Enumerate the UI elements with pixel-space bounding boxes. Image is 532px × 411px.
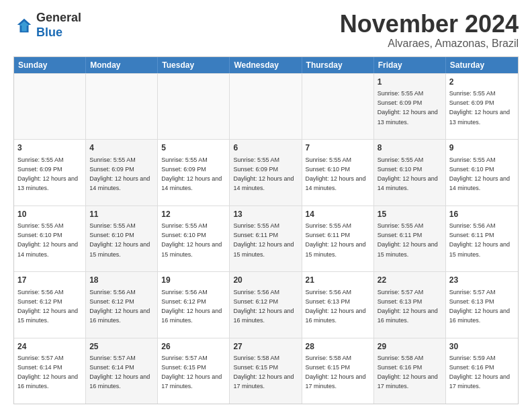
cell-info: Sunrise: 5:57 AM Sunset: 6:15 PM Dayligh… (161, 355, 222, 390)
day-number: 15 (378, 209, 442, 220)
day-number: 30 (449, 341, 515, 353)
cal-cell: 13Sunrise: 5:55 AM Sunset: 6:11 PM Dayli… (230, 206, 302, 271)
calendar-row-5: 24Sunrise: 5:57 AM Sunset: 6:14 PM Dayli… (14, 338, 518, 404)
day-number: 19 (161, 275, 226, 286)
cell-info: Sunrise: 5:55 AM Sunset: 6:09 PM Dayligh… (161, 156, 222, 191)
calendar-row-3: 10Sunrise: 5:55 AM Sunset: 6:10 PM Dayli… (14, 205, 518, 271)
cal-cell: 17Sunrise: 5:56 AM Sunset: 6:12 PM Dayli… (14, 272, 86, 337)
day-number: 4 (89, 142, 154, 154)
header-saturday: Saturday (446, 57, 518, 73)
cal-cell: 20Sunrise: 5:56 AM Sunset: 6:12 PM Dayli… (230, 272, 302, 337)
cell-info: Sunrise: 5:55 AM Sunset: 6:10 PM Dayligh… (161, 222, 222, 257)
cell-info: Sunrise: 5:57 AM Sunset: 6:14 PM Dayligh… (17, 355, 78, 390)
day-number: 13 (233, 209, 298, 220)
day-number: 14 (306, 209, 370, 220)
page: General Blue November 2024 Alvaraes, Ama… (0, 0, 532, 411)
cal-cell (158, 74, 230, 139)
calendar-header: Sunday Monday Tuesday Wednesday Thursday… (14, 57, 518, 73)
day-number: 2 (449, 77, 515, 88)
cal-cell: 23Sunrise: 5:57 AM Sunset: 6:13 PM Dayli… (446, 272, 518, 337)
cell-info: Sunrise: 5:55 AM Sunset: 6:10 PM Dayligh… (378, 156, 438, 191)
cal-cell (14, 74, 86, 139)
cell-info: Sunrise: 5:55 AM Sunset: 6:11 PM Dayligh… (233, 222, 294, 257)
cell-info: Sunrise: 5:55 AM Sunset: 6:11 PM Dayligh… (306, 222, 366, 257)
day-number: 3 (17, 142, 82, 154)
cal-cell: 11Sunrise: 5:55 AM Sunset: 6:10 PM Dayli… (86, 206, 158, 271)
cell-info: Sunrise: 5:55 AM Sunset: 6:09 PM Dayligh… (233, 156, 294, 191)
day-number: 12 (161, 209, 226, 220)
month-title: November 2024 (340, 11, 519, 38)
logo-general-text: General (36, 11, 81, 24)
cal-cell: 16Sunrise: 5:56 AM Sunset: 6:11 PM Dayli… (446, 206, 518, 271)
calendar-row-4: 17Sunrise: 5:56 AM Sunset: 6:12 PM Dayli… (14, 271, 518, 337)
cal-cell: 5Sunrise: 5:55 AM Sunset: 6:09 PM Daylig… (158, 140, 230, 205)
cal-cell: 19Sunrise: 5:56 AM Sunset: 6:12 PM Dayli… (158, 272, 230, 337)
day-number: 29 (378, 341, 442, 353)
cell-info: Sunrise: 5:56 AM Sunset: 6:12 PM Dayligh… (161, 289, 222, 324)
header-tuesday: Tuesday (158, 57, 230, 73)
cal-cell: 6Sunrise: 5:55 AM Sunset: 6:09 PM Daylig… (230, 140, 302, 205)
logo-blue-text: Blue (36, 26, 62, 39)
cell-info: Sunrise: 5:55 AM Sunset: 6:09 PM Dayligh… (449, 90, 510, 125)
calendar-row-2: 3Sunrise: 5:55 AM Sunset: 6:09 PM Daylig… (14, 139, 518, 205)
day-number: 18 (89, 275, 154, 286)
cell-info: Sunrise: 5:55 AM Sunset: 6:11 PM Dayligh… (378, 222, 438, 257)
cal-cell: 29Sunrise: 5:58 AM Sunset: 6:16 PM Dayli… (374, 338, 446, 404)
cal-cell: 27Sunrise: 5:58 AM Sunset: 6:15 PM Dayli… (230, 338, 302, 404)
cal-cell: 28Sunrise: 5:58 AM Sunset: 6:15 PM Dayli… (302, 338, 374, 404)
day-number: 24 (17, 341, 82, 353)
cal-cell: 22Sunrise: 5:57 AM Sunset: 6:13 PM Dayli… (374, 272, 446, 337)
cell-info: Sunrise: 5:57 AM Sunset: 6:14 PM Dayligh… (89, 355, 150, 390)
logo: General Blue (13, 11, 81, 40)
header-sunday: Sunday (14, 57, 86, 73)
day-number: 28 (306, 341, 370, 353)
cal-cell: 18Sunrise: 5:56 AM Sunset: 6:12 PM Dayli… (86, 272, 158, 337)
cell-info: Sunrise: 5:59 AM Sunset: 6:16 PM Dayligh… (449, 355, 510, 390)
day-number: 23 (449, 275, 515, 286)
cell-info: Sunrise: 5:55 AM Sunset: 6:10 PM Dayligh… (449, 156, 510, 191)
cell-info: Sunrise: 5:56 AM Sunset: 6:12 PM Dayligh… (89, 289, 150, 324)
day-number: 21 (306, 275, 370, 286)
day-number: 6 (233, 142, 298, 154)
header-wednesday: Wednesday (230, 57, 302, 73)
cal-cell: 10Sunrise: 5:55 AM Sunset: 6:10 PM Dayli… (14, 206, 86, 271)
calendar: Sunday Monday Tuesday Wednesday Thursday… (13, 56, 519, 404)
day-number: 16 (449, 209, 515, 220)
cell-info: Sunrise: 5:58 AM Sunset: 6:16 PM Dayligh… (378, 355, 438, 390)
day-number: 22 (378, 275, 442, 286)
cal-cell: 25Sunrise: 5:57 AM Sunset: 6:14 PM Dayli… (86, 338, 158, 404)
cal-cell: 24Sunrise: 5:57 AM Sunset: 6:14 PM Dayli… (14, 338, 86, 404)
cal-cell: 7Sunrise: 5:55 AM Sunset: 6:10 PM Daylig… (302, 140, 374, 205)
day-number: 25 (89, 341, 154, 353)
header-monday: Monday (86, 57, 158, 73)
cell-info: Sunrise: 5:55 AM Sunset: 6:10 PM Dayligh… (17, 222, 78, 257)
calendar-row-1: 1Sunrise: 5:55 AM Sunset: 6:09 PM Daylig… (14, 73, 518, 139)
day-number: 17 (17, 275, 82, 286)
cal-cell: 21Sunrise: 5:56 AM Sunset: 6:13 PM Dayli… (302, 272, 374, 337)
cell-info: Sunrise: 5:57 AM Sunset: 6:13 PM Dayligh… (378, 289, 438, 324)
cal-cell: 8Sunrise: 5:55 AM Sunset: 6:10 PM Daylig… (374, 140, 446, 205)
cell-info: Sunrise: 5:56 AM Sunset: 6:12 PM Dayligh… (17, 289, 78, 324)
cal-cell: 12Sunrise: 5:55 AM Sunset: 6:10 PM Dayli… (158, 206, 230, 271)
header-thursday: Thursday (302, 57, 374, 73)
cal-cell: 9Sunrise: 5:55 AM Sunset: 6:10 PM Daylig… (446, 140, 518, 205)
location-title: Alvaraes, Amazonas, Brazil (340, 38, 519, 50)
day-number: 9 (449, 142, 515, 154)
cell-info: Sunrise: 5:55 AM Sunset: 6:09 PM Dayligh… (17, 156, 78, 191)
cell-info: Sunrise: 5:56 AM Sunset: 6:11 PM Dayligh… (449, 222, 510, 257)
header: General Blue November 2024 Alvaraes, Ama… (13, 11, 519, 50)
cal-cell: 15Sunrise: 5:55 AM Sunset: 6:11 PM Dayli… (374, 206, 446, 271)
cell-info: Sunrise: 5:58 AM Sunset: 6:15 PM Dayligh… (233, 355, 294, 390)
day-number: 5 (161, 142, 226, 154)
cal-cell: 14Sunrise: 5:55 AM Sunset: 6:11 PM Dayli… (302, 206, 374, 271)
cell-info: Sunrise: 5:55 AM Sunset: 6:10 PM Dayligh… (306, 156, 366, 191)
day-number: 1 (378, 77, 442, 88)
day-number: 10 (17, 209, 82, 220)
day-number: 11 (89, 209, 154, 220)
day-number: 27 (233, 341, 298, 353)
day-number: 8 (378, 142, 442, 154)
title-block: November 2024 Alvaraes, Amazonas, Brazil (340, 11, 519, 50)
cal-cell: 26Sunrise: 5:57 AM Sunset: 6:15 PM Dayli… (158, 338, 230, 404)
cal-cell (302, 74, 374, 139)
day-number: 20 (233, 275, 298, 286)
